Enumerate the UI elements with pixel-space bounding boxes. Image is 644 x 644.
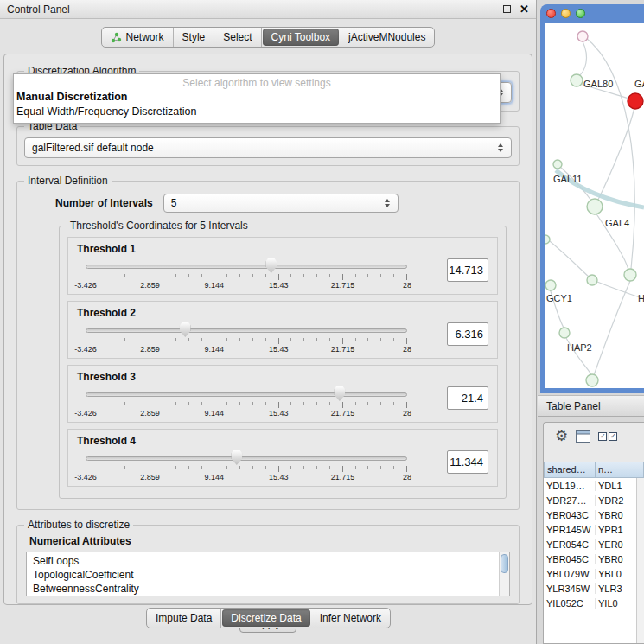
table-row[interactable]: YBL079WYBL0 bbox=[544, 566, 636, 581]
checkbox-icon: ✓ bbox=[598, 432, 607, 441]
scrollbar-thumb[interactable] bbox=[501, 554, 508, 573]
table-data-combobox[interactable]: galFiltered.sif default node bbox=[24, 137, 512, 158]
slider-track[interactable] bbox=[86, 265, 407, 269]
network-node[interactable] bbox=[571, 74, 583, 86]
network-node[interactable] bbox=[545, 280, 556, 290]
group-title: Attributes to discretize bbox=[24, 519, 133, 531]
table-row[interactable]: YER054CYER0 bbox=[544, 537, 636, 552]
network-node[interactable] bbox=[587, 275, 597, 285]
dropdown-placeholder: Select algorithm to view settings bbox=[14, 77, 500, 90]
combo-stepper-icon bbox=[494, 143, 507, 152]
node-label: GA bbox=[634, 79, 644, 89]
table-row[interactable]: YPR145WYPR1 bbox=[544, 522, 636, 537]
dropdown-option-manual-discretization[interactable]: Manual Discretization bbox=[14, 90, 500, 105]
threshold-slider[interactable]: -3.4262.8599.14415.4321.71528 bbox=[86, 449, 407, 484]
tab-network[interactable]: Network bbox=[102, 28, 174, 47]
tick-label: 2.859 bbox=[140, 409, 160, 418]
table-data-value: galFiltered.sif default node bbox=[32, 142, 154, 154]
table-row[interactable]: YDL19…YDL1 bbox=[544, 478, 636, 493]
zoom-traffic-icon[interactable] bbox=[576, 9, 585, 18]
table-cell: YER0 bbox=[595, 539, 636, 550]
tick-label: 15.43 bbox=[269, 473, 289, 481]
slider-major-ticks bbox=[86, 402, 407, 408]
tab-discretize-data[interactable]: Discretize Data bbox=[222, 609, 309, 627]
node-label: GCY1 bbox=[546, 293, 572, 303]
attributes-group: Attributes to discretize Numerical Attri… bbox=[16, 519, 520, 604]
column-layout-icon[interactable] bbox=[576, 430, 590, 443]
tab-infer-network[interactable]: Infer Network bbox=[311, 609, 390, 628]
network-node[interactable] bbox=[577, 31, 588, 41]
close-icon[interactable]: ✕ bbox=[520, 3, 529, 15]
table-header-row: shared… n… bbox=[544, 462, 644, 478]
threshold-value-field[interactable]: 21.4 bbox=[447, 386, 488, 410]
tick-label: 15.43 bbox=[269, 345, 289, 354]
selected-network-node[interactable] bbox=[628, 93, 643, 109]
slider-thumb[interactable] bbox=[231, 450, 242, 465]
table-row[interactable]: YBR043CYBR0 bbox=[544, 507, 636, 522]
threshold-slider[interactable]: -3.4262.8599.14415.4321.71528 bbox=[86, 257, 407, 292]
float-window-icon[interactable] bbox=[503, 5, 511, 13]
tab-label: jActiveMNodules bbox=[348, 31, 425, 43]
tick-label: 21.715 bbox=[331, 345, 355, 354]
network-node[interactable] bbox=[586, 374, 598, 386]
slider-track[interactable] bbox=[86, 456, 407, 461]
tab-cyni-toolbox[interactable]: Cyni Toolbox bbox=[263, 29, 339, 46]
tick-label: 21.715 bbox=[331, 409, 355, 418]
threshold-panel: Threshold 4 -3.4262.8599.14415.4321.7152… bbox=[67, 429, 498, 487]
threshold-value-field[interactable]: 11.344 bbox=[447, 450, 488, 474]
tab-label: Network bbox=[126, 31, 164, 43]
threshold-value-field[interactable]: 6.316 bbox=[447, 322, 488, 346]
column-header-shared-name[interactable]: shared… bbox=[544, 462, 596, 478]
close-traffic-icon[interactable] bbox=[546, 9, 556, 18]
tab-select[interactable]: Select bbox=[214, 28, 261, 47]
network-node[interactable] bbox=[587, 199, 603, 214]
interval-definition-group: Interval Definition Number of Intervals … bbox=[16, 175, 520, 510]
slider-major-ticks bbox=[86, 274, 407, 280]
list-scrollbar[interactable] bbox=[499, 552, 509, 596]
tab-label: Select bbox=[223, 31, 252, 43]
dropdown-option-equal-width-frequency[interactable]: Equal Width/Frequency Discretization bbox=[14, 105, 500, 119]
table-scrollbar[interactable] bbox=[636, 478, 644, 643]
network-node[interactable] bbox=[553, 160, 562, 169]
table-row[interactable]: YDR27…YDR2 bbox=[544, 493, 636, 507]
tick-label: 2.859 bbox=[140, 473, 160, 481]
minimize-traffic-icon[interactable] bbox=[561, 9, 571, 18]
network-node[interactable] bbox=[545, 235, 550, 244]
table-row[interactable]: YIL052CYIL0 bbox=[544, 596, 636, 610]
tab-jactivemnodules[interactable]: jActiveMNodules bbox=[340, 28, 434, 47]
tab-impute-data[interactable]: Impute Data bbox=[147, 609, 221, 628]
list-item[interactable]: SelfLoops bbox=[33, 554, 497, 568]
threshold-value-field[interactable]: 14.713 bbox=[447, 258, 488, 282]
control-panel-titlebar: Control Panel ✕ bbox=[0, 0, 536, 19]
table-panel-window: ⚙ ✓ ✓ shared… n… YDL19…YDL1YDR27…YDR2YBR… bbox=[543, 422, 644, 644]
network-node[interactable] bbox=[559, 328, 570, 338]
tab-label: Impute Data bbox=[156, 612, 212, 624]
threshold-slider[interactable]: -3.4262.8599.14415.4321.71528 bbox=[86, 321, 407, 356]
list-item[interactable]: BetweennessCentrality bbox=[33, 582, 497, 596]
column-header-name[interactable]: n… bbox=[596, 462, 644, 478]
table-row[interactable]: YBR045CYBR0 bbox=[544, 552, 636, 566]
table-cell: YDR27… bbox=[544, 495, 595, 506]
tick-label: 9.144 bbox=[205, 473, 225, 481]
list-item[interactable]: TopologicalCoefficient bbox=[33, 568, 497, 582]
slider-thumb[interactable] bbox=[265, 258, 277, 273]
select-rows-icons[interactable]: ✓ ✓ bbox=[598, 432, 617, 441]
network-node[interactable] bbox=[624, 269, 636, 281]
table-cell: YDR2 bbox=[595, 495, 636, 506]
numerical-attributes-list[interactable]: SelfLoopsTopologicalCoefficientBetweenne… bbox=[26, 552, 510, 596]
slider-track[interactable] bbox=[86, 392, 407, 397]
slider-track[interactable] bbox=[86, 328, 407, 333]
gear-icon[interactable]: ⚙ bbox=[555, 429, 568, 443]
number-of-intervals-combobox[interactable]: 5 bbox=[163, 194, 399, 213]
table-cell: YIL0 bbox=[595, 598, 636, 609]
threshold-panel: Threshold 3 -3.4262.8599.14415.4321.7152… bbox=[67, 365, 498, 423]
threshold-slider[interactable]: -3.4262.8599.14415.4321.71528 bbox=[86, 385, 407, 420]
table-row[interactable]: YLR345WYLR3 bbox=[544, 581, 636, 596]
network-canvas[interactable]: GAL80 GA GAL11 GAL4 GCY1 H HAP2 bbox=[545, 23, 644, 388]
screen: Control Panel ✕ Network Style Sel bbox=[0, 0, 644, 644]
slider-thumb[interactable] bbox=[180, 322, 191, 337]
threshold-panel: Threshold 1 -3.4262.8599.14415.4321.7152… bbox=[67, 237, 498, 295]
slider-thumb[interactable] bbox=[334, 386, 345, 401]
checkbox-icon: ✓ bbox=[609, 432, 617, 441]
tab-style[interactable]: Style bbox=[174, 28, 215, 47]
